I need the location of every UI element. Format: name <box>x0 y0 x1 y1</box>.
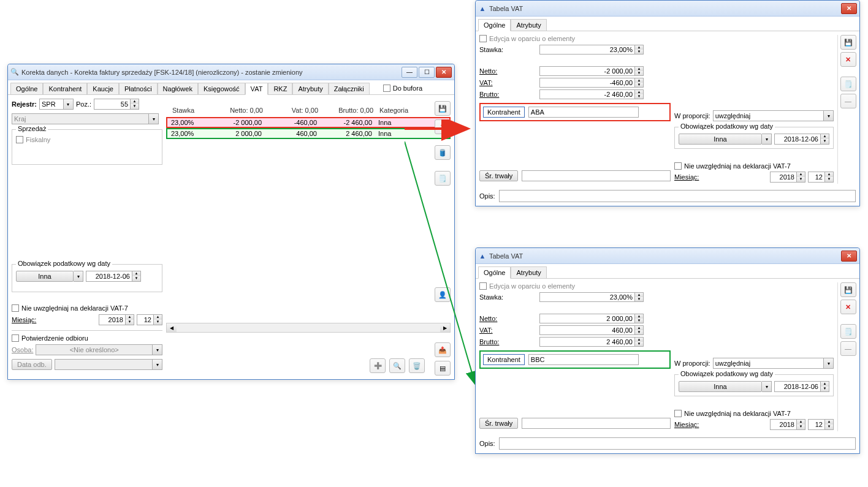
edycja-checkbox[interactable]: Edycja w oparciu o elementy <box>479 282 671 290</box>
obowiazek-group: Obowiązek podatkowy wg daty Inna ▾ ▲▼ <box>674 127 834 149</box>
tab-rkz[interactable]: RKZ <box>268 83 292 94</box>
year-spinner[interactable]: ▲▼ <box>770 172 805 183</box>
window-title: Korekta danych - Korekta faktury sprzeda… <box>21 69 402 76</box>
vat-window-2: ▲ Tabela VAT ✕ Ogólne Atrybuty Edycja w … <box>475 247 860 454</box>
kontrahent-button[interactable]: Kontrahent <box>483 107 525 118</box>
sr-trwaly-input[interactable] <box>522 418 671 429</box>
tab-vat[interactable]: VAT <box>245 83 268 95</box>
tab-kontrahent[interactable]: Kontrahent <box>43 83 87 94</box>
opis-label: Opis: <box>479 440 495 447</box>
tab-atrybuty[interactable]: Atrybuty <box>292 83 328 94</box>
inna-combo[interactable]: Inna ▾ <box>16 271 83 282</box>
tab-ogolne[interactable]: Ogólne <box>478 19 511 31</box>
opis-input[interactable] <box>499 190 856 202</box>
left-panel: Rejestr: ▾ Poz.: ▲▼ ▾ Sprzedaż Fiskalny <box>12 99 162 371</box>
rejestr-label: Rejestr: <box>12 100 37 108</box>
data-odb-button[interactable]: Data odb. <box>12 359 52 370</box>
add-icon[interactable]: ✚ <box>370 358 386 373</box>
proporcji-combo[interactable]: ▾ <box>713 358 834 369</box>
date-spinner[interactable]: ▲▼ <box>86 271 141 282</box>
close-button[interactable]: ✕ <box>841 251 857 262</box>
nie-uwzgledniaj-checkbox[interactable]: Nie uwzględniaj na deklaracji VAT-7 <box>12 304 162 312</box>
kontrahent-row: Kontrahent <box>479 103 671 121</box>
fiskalny-checkbox[interactable]: Fiskalny <box>16 136 158 143</box>
kontrahent-input[interactable] <box>528 107 639 118</box>
miesiac-month-spinner[interactable]: ▲▼ <box>137 314 162 325</box>
miesiac-year-spinner[interactable]: ▲▼ <box>99 314 134 325</box>
kontrahent-input[interactable] <box>528 354 639 365</box>
minus-icon[interactable]: — <box>840 341 856 356</box>
vat-input[interactable]: ▲▼ <box>539 78 644 88</box>
poz-spinner[interactable]: ▲▼ <box>94 99 139 110</box>
stawka-input[interactable]: ▲▼ <box>539 292 644 302</box>
obowiazek-group: Obowiązek podatkowy wg daty Inna ▾ ▲▼ <box>674 374 834 396</box>
maximize-button[interactable]: ☐ <box>419 67 435 78</box>
inna-combo[interactable]: Inna ▾ <box>679 381 772 392</box>
tab-kaucje[interactable]: Kaucje <box>87 83 119 94</box>
tab-ogolne[interactable]: Ogólne <box>10 83 43 94</box>
cancel-icon[interactable]: ✕ <box>840 52 856 67</box>
tab-ogolne[interactable]: Ogólne <box>478 266 511 279</box>
titlebar[interactable]: ▲ Tabela VAT ✕ <box>476 1 859 17</box>
green-arrow <box>405 138 484 396</box>
sr-trwaly-button[interactable]: Śr. trwały <box>479 418 518 429</box>
inna-combo[interactable]: Inna ▾ <box>679 134 772 145</box>
data-odb-combo[interactable]: ▾ <box>55 359 162 370</box>
netto-input[interactable]: ▲▼ <box>539 314 644 323</box>
zoom-icon[interactable]: 🔍 <box>389 358 405 373</box>
potwierdzenie-checkbox[interactable]: Potwierdzenie odbioru <box>12 334 162 342</box>
rejestr-combo[interactable]: ▾ <box>39 99 74 110</box>
save-icon[interactable]: 💾 <box>435 101 451 116</box>
date-spinner[interactable]: ▲▼ <box>774 134 829 145</box>
month-spinner[interactable]: ▲▼ <box>808 172 834 183</box>
form-icon[interactable]: 🗒️ <box>840 77 856 91</box>
sr-trwaly-input[interactable] <box>522 170 671 181</box>
app-icon: 🔍 <box>10 68 19 77</box>
tab-atrybuty[interactable]: Atrybuty <box>511 266 546 278</box>
tab-zalaczniki[interactable]: Załączniki <box>329 83 370 94</box>
table-header: Stawka Netto: 0,00 Vat: 0,00 Brutto: 0,0… <box>166 99 451 117</box>
save-icon[interactable]: 💾 <box>840 35 856 50</box>
osoba-combo[interactable]: ▾ <box>36 344 162 355</box>
cancel-icon[interactable]: ✕ <box>840 300 856 314</box>
tab-bar: Ogólne Kontrahent Kaucje Płatności Nagłó… <box>8 80 454 95</box>
brutto-input[interactable]: ▲▼ <box>539 89 644 99</box>
minimize-button[interactable]: — <box>402 67 417 78</box>
main-window: 🔍 Korekta danych - Korekta faktury sprze… <box>7 64 455 380</box>
save-icon[interactable]: 💾 <box>840 282 856 297</box>
window-title: Tabela VAT <box>489 252 841 260</box>
kontrahent-row: Kontrahent <box>479 350 671 369</box>
vat-right-col: W proporcji: ▾ Obowiązek podatkowy wg da… <box>674 35 834 184</box>
opis-input[interactable] <box>499 437 856 450</box>
minus-icon[interactable]: — <box>840 94 856 108</box>
nie-uwzg-checkbox[interactable]: Nie uwzględniaj na deklaracji VAT-7 <box>674 162 834 170</box>
sprzedaz-group: Sprzedaż Fiskalny <box>12 129 162 165</box>
year-spinner[interactable]: ▲▼ <box>770 419 805 430</box>
vat-input[interactable]: ▲▼ <box>539 325 644 335</box>
month-spinner[interactable]: ▲▼ <box>808 419 834 430</box>
stawka-input[interactable]: ▲▼ <box>539 45 644 55</box>
close-button[interactable]: ✕ <box>841 3 857 14</box>
osoba-label: Osoba: <box>12 346 33 353</box>
vat-window-1: ▲ Tabela VAT ✕ Ogólne Atrybuty Edycja w … <box>475 0 860 206</box>
close-button[interactable]: ✕ <box>436 67 452 78</box>
edycja-checkbox[interactable]: Edycja w oparciu o elementy <box>479 35 671 42</box>
proporcji-combo[interactable]: ▾ <box>713 110 834 121</box>
svg-line-1 <box>405 142 475 383</box>
netto-input[interactable]: ▲▼ <box>539 66 644 76</box>
kontrahent-button[interactable]: Kontrahent <box>483 354 525 365</box>
sr-trwaly-button[interactable]: Śr. trwały <box>479 170 518 181</box>
form-icon[interactable]: 🗒️ <box>840 324 856 339</box>
tab-atrybuty[interactable]: Atrybuty <box>511 19 546 31</box>
date-spinner[interactable]: ▲▼ <box>774 381 829 392</box>
tab-naglowek[interactable]: Nagłówek <box>158 83 198 94</box>
obowiazek-group: Obowiązek podatkowy wg daty Inna ▾ ▲▼ <box>12 264 162 292</box>
do-bufora-checkbox[interactable]: Do bufora <box>383 83 422 93</box>
titlebar[interactable]: ▲ Tabela VAT ✕ <box>476 248 859 264</box>
kraj-combo[interactable]: ▾ <box>12 113 159 124</box>
titlebar[interactable]: 🔍 Korekta danych - Korekta faktury sprze… <box>8 64 454 80</box>
nie-uwzg-checkbox[interactable]: Nie uwzględniaj na deklaracji VAT-7 <box>674 410 834 417</box>
brutto-input[interactable]: ▲▼ <box>539 337 644 347</box>
tab-platnosci[interactable]: Płatności <box>119 83 158 94</box>
tab-ksiegowosc[interactable]: Księgowość <box>198 83 245 94</box>
